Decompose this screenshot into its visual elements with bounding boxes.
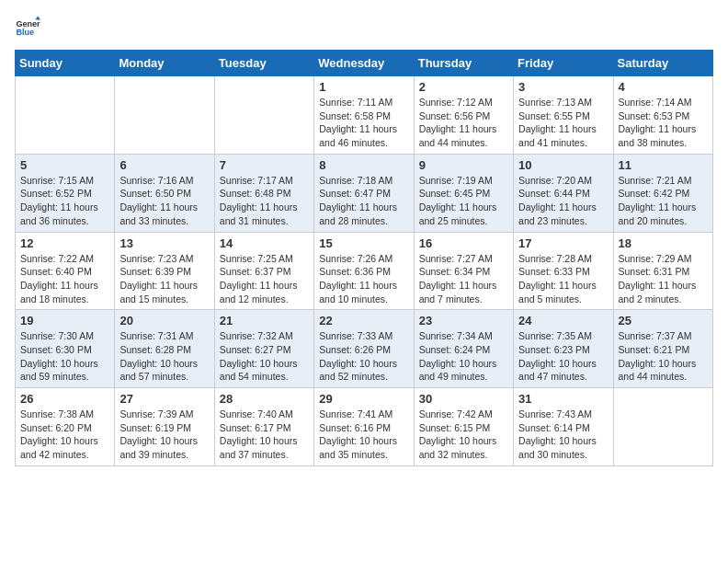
weekday-header-sunday: Sunday [16,51,115,76]
day-number: 30 [419,392,508,406]
svg-text:General: General [16,19,40,29]
day-info: Sunrise: 7:38 AM Sunset: 6:20 PM Dayligh… [20,408,109,462]
day-number: 17 [518,236,608,250]
logo: General Blue [15,15,40,40]
day-number: 10 [518,158,608,172]
day-number: 6 [119,158,209,172]
calendar-cell: 14Sunrise: 7:25 AM Sunset: 6:37 PM Dayli… [214,232,313,310]
day-info: Sunrise: 7:20 AM Sunset: 6:44 PM Dayligh… [518,174,608,228]
day-number: 31 [518,392,608,406]
day-number: 25 [619,314,708,327]
calendar-cell: 8Sunrise: 7:18 AM Sunset: 6:47 PM Daylig… [314,154,414,232]
day-info: Sunrise: 7:15 AM Sunset: 6:52 PM Dayligh… [20,174,109,228]
day-number: 9 [419,158,508,172]
day-number: 16 [419,236,508,250]
day-info: Sunrise: 7:34 AM Sunset: 6:24 PM Dayligh… [419,329,508,384]
calendar-cell: 31Sunrise: 7:43 AM Sunset: 6:14 PM Dayli… [514,388,613,466]
day-info: Sunrise: 7:19 AM Sunset: 6:45 PM Dayligh… [419,174,508,228]
calendar-cell: 27Sunrise: 7:39 AM Sunset: 6:19 PM Dayli… [115,388,214,466]
day-info: Sunrise: 7:17 AM Sunset: 6:48 PM Dayligh… [220,174,309,228]
weekday-header-saturday: Saturday [613,51,712,76]
day-info: Sunrise: 7:32 AM Sunset: 6:27 PM Dayligh… [220,329,309,384]
calendar-cell: 13Sunrise: 7:23 AM Sunset: 6:39 PM Dayli… [115,232,214,310]
calendar-cell: 28Sunrise: 7:40 AM Sunset: 6:17 PM Dayli… [214,388,313,466]
calendar-cell: 18Sunrise: 7:29 AM Sunset: 6:31 PM Dayli… [613,232,712,310]
calendar-cell: 20Sunrise: 7:31 AM Sunset: 6:28 PM Dayli… [115,310,214,388]
week-row-1: 1Sunrise: 7:11 AM Sunset: 6:58 PM Daylig… [16,76,713,155]
calendar-cell: 26Sunrise: 7:38 AM Sunset: 6:20 PM Dayli… [16,388,115,466]
calendar-table: SundayMondayTuesdayWednesdayThursdayFrid… [15,50,713,466]
week-row-5: 26Sunrise: 7:38 AM Sunset: 6:20 PM Dayli… [16,388,713,466]
day-number: 18 [619,236,708,250]
day-info: Sunrise: 7:18 AM Sunset: 6:47 PM Dayligh… [319,174,408,228]
calendar-cell: 29Sunrise: 7:41 AM Sunset: 6:16 PM Dayli… [314,388,414,466]
week-row-3: 12Sunrise: 7:22 AM Sunset: 6:40 PM Dayli… [16,232,713,310]
week-row-2: 5Sunrise: 7:15 AM Sunset: 6:52 PM Daylig… [16,154,713,232]
calendar-cell: 17Sunrise: 7:28 AM Sunset: 6:33 PM Dayli… [514,232,613,310]
day-info: Sunrise: 7:14 AM Sunset: 6:53 PM Dayligh… [619,96,708,150]
calendar-cell: 21Sunrise: 7:32 AM Sunset: 6:27 PM Dayli… [214,310,313,388]
day-info: Sunrise: 7:12 AM Sunset: 6:56 PM Dayligh… [419,96,508,150]
calendar-cell: 16Sunrise: 7:27 AM Sunset: 6:34 PM Dayli… [414,232,513,310]
day-info: Sunrise: 7:26 AM Sunset: 6:36 PM Dayligh… [319,252,408,306]
day-info: Sunrise: 7:11 AM Sunset: 6:58 PM Dayligh… [319,96,408,150]
weekday-header-tuesday: Tuesday [214,51,313,76]
calendar-cell: 4Sunrise: 7:14 AM Sunset: 6:53 PM Daylig… [613,76,712,155]
day-info: Sunrise: 7:22 AM Sunset: 6:40 PM Dayligh… [20,252,109,306]
week-row-4: 19Sunrise: 7:30 AM Sunset: 6:30 PM Dayli… [16,310,713,388]
calendar-cell: 6Sunrise: 7:16 AM Sunset: 6:50 PM Daylig… [115,154,214,232]
day-info: Sunrise: 7:13 AM Sunset: 6:55 PM Dayligh… [518,96,608,150]
day-number: 21 [220,314,309,327]
calendar-cell [613,388,712,466]
day-number: 12 [20,236,109,250]
calendar-cell: 12Sunrise: 7:22 AM Sunset: 6:40 PM Dayli… [16,232,115,310]
day-number: 11 [619,158,708,172]
day-number: 2 [419,80,508,94]
day-number: 23 [419,314,508,327]
weekday-header-monday: Monday [115,51,214,76]
calendar-cell: 24Sunrise: 7:35 AM Sunset: 6:23 PM Dayli… [514,310,613,388]
day-info: Sunrise: 7:16 AM Sunset: 6:50 PM Dayligh… [119,174,209,228]
day-info: Sunrise: 7:41 AM Sunset: 6:16 PM Dayligh… [319,408,408,462]
calendar-cell: 2Sunrise: 7:12 AM Sunset: 6:56 PM Daylig… [414,76,513,155]
day-number: 26 [20,392,109,406]
day-number: 5 [20,158,109,172]
calendar-cell [115,76,214,155]
day-number: 27 [119,392,209,406]
day-info: Sunrise: 7:25 AM Sunset: 6:37 PM Dayligh… [220,252,309,306]
day-info: Sunrise: 7:40 AM Sunset: 6:17 PM Dayligh… [220,408,309,462]
day-number: 4 [619,80,708,94]
day-number: 1 [319,80,408,94]
weekday-header-row: SundayMondayTuesdayWednesdayThursdayFrid… [16,51,713,76]
day-info: Sunrise: 7:33 AM Sunset: 6:26 PM Dayligh… [319,329,408,384]
calendar-cell: 5Sunrise: 7:15 AM Sunset: 6:52 PM Daylig… [16,154,115,232]
day-number: 28 [220,392,309,406]
calendar-cell: 22Sunrise: 7:33 AM Sunset: 6:26 PM Dayli… [314,310,414,388]
day-number: 13 [119,236,209,250]
day-info: Sunrise: 7:31 AM Sunset: 6:28 PM Dayligh… [119,329,209,384]
day-info: Sunrise: 7:37 AM Sunset: 6:21 PM Dayligh… [619,329,708,384]
weekday-header-thursday: Thursday [414,51,513,76]
page-header: General Blue [15,15,713,40]
calendar-cell: 30Sunrise: 7:42 AM Sunset: 6:15 PM Dayli… [414,388,513,466]
calendar-cell: 7Sunrise: 7:17 AM Sunset: 6:48 PM Daylig… [214,154,313,232]
day-number: 29 [319,392,408,406]
calendar-cell: 19Sunrise: 7:30 AM Sunset: 6:30 PM Dayli… [16,310,115,388]
day-info: Sunrise: 7:29 AM Sunset: 6:31 PM Dayligh… [619,252,708,306]
calendar-cell: 10Sunrise: 7:20 AM Sunset: 6:44 PM Dayli… [514,154,613,232]
calendar-cell: 15Sunrise: 7:26 AM Sunset: 6:36 PM Dayli… [314,232,414,310]
day-info: Sunrise: 7:43 AM Sunset: 6:14 PM Dayligh… [518,408,608,462]
day-info: Sunrise: 7:27 AM Sunset: 6:34 PM Dayligh… [419,252,508,306]
calendar-cell: 9Sunrise: 7:19 AM Sunset: 6:45 PM Daylig… [414,154,513,232]
day-number: 22 [319,314,408,327]
calendar-cell: 1Sunrise: 7:11 AM Sunset: 6:58 PM Daylig… [314,76,414,155]
day-info: Sunrise: 7:21 AM Sunset: 6:42 PM Dayligh… [619,174,708,228]
svg-text:Blue: Blue [16,28,34,37]
day-info: Sunrise: 7:23 AM Sunset: 6:39 PM Dayligh… [119,252,209,306]
day-number: 8 [319,158,408,172]
day-info: Sunrise: 7:39 AM Sunset: 6:19 PM Dayligh… [119,408,209,462]
logo-icon: General Blue [15,15,40,40]
calendar-cell [16,76,115,155]
day-info: Sunrise: 7:42 AM Sunset: 6:15 PM Dayligh… [419,408,508,462]
weekday-header-friday: Friday [514,51,613,76]
